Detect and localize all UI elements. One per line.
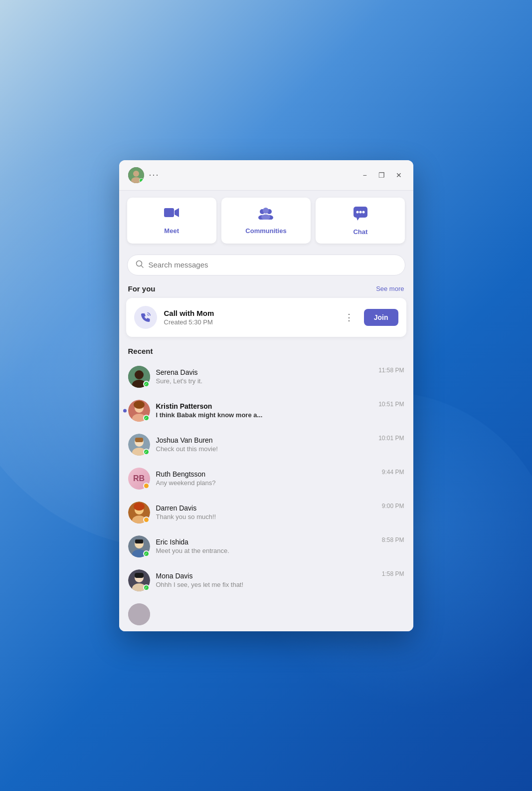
- call-subtitle: Created 5:30 PM: [164, 318, 335, 326]
- chat-content-darren: Darren Davis Thank you so much!!: [156, 504, 376, 521]
- call-icon: [134, 306, 157, 329]
- restore-button[interactable]: ❐: [376, 170, 387, 181]
- meet-label: Meet: [164, 227, 179, 235]
- status-dot-eric: ✓: [143, 550, 150, 557]
- close-button[interactable]: ✕: [393, 170, 404, 181]
- chat-name-serena: Serena Davis: [156, 368, 373, 376]
- chat-content-serena: Serena Davis Sure, Let's try it.: [156, 368, 373, 385]
- chat-time-kristin: 10:51 PM: [378, 400, 404, 408]
- chat-preview-eric: Meet you at the entrance.: [156, 547, 376, 554]
- chat-item-mona[interactable]: ✓ Mona Davis Ohhh I see, yes let me fix …: [119, 563, 413, 597]
- avatar-partial: [128, 603, 150, 625]
- svg-rect-28: [135, 438, 143, 442]
- svg-point-24: [134, 401, 145, 409]
- svg-point-14: [359, 211, 361, 213]
- communities-label: Communities: [245, 227, 286, 235]
- online-indicator: [139, 178, 144, 183]
- svg-rect-3: [164, 208, 174, 217]
- svg-point-10: [261, 214, 270, 220]
- join-button[interactable]: Join: [364, 309, 398, 326]
- communities-icon: [257, 206, 274, 223]
- avatar-wrap-kristin: ✓: [128, 400, 150, 422]
- chat-icon: [353, 206, 368, 224]
- chat-content-joshua: Joshua Van Buren Check out this movie!: [156, 436, 373, 453]
- svg-point-19: [135, 370, 144, 379]
- svg-rect-36: [135, 539, 143, 543]
- status-dot-ruth: [143, 483, 150, 489]
- recent-title: Recent: [128, 347, 153, 355]
- avatar-wrap-darren: [128, 502, 150, 524]
- search-input[interactable]: [149, 261, 397, 269]
- chat-content-ruth: Ruth Bengtsson Any weekend plans?: [156, 470, 376, 487]
- for-you-header: For you See more: [119, 282, 413, 298]
- chat-time-ruth: 9:44 PM: [382, 468, 404, 476]
- status-dot-kristin: ✓: [143, 415, 150, 421]
- chat-content-kristin: Kristin Patterson I think Babak might kn…: [156, 402, 373, 419]
- call-more-button[interactable]: ⋮: [342, 312, 357, 323]
- chat-button[interactable]: Chat: [316, 198, 405, 244]
- avatar-wrap-eric: ✓: [128, 535, 150, 557]
- svg-point-41: [128, 603, 150, 625]
- search-icon: [136, 260, 144, 270]
- call-info: Call with Mom Created 5:30 PM: [164, 309, 335, 326]
- chat-name-darren: Darren Davis: [156, 504, 376, 512]
- app-window: ··· − ❐ ✕ Meet: [119, 160, 413, 631]
- chat-time-darren: 9:00 PM: [382, 502, 404, 510]
- chat-preview-joshua: Check out this movie!: [156, 445, 373, 453]
- meet-button[interactable]: Meet: [127, 198, 216, 244]
- chat-name-eric: Eric Ishida: [156, 538, 376, 546]
- more-options-button[interactable]: ···: [149, 170, 160, 180]
- title-bar-controls: − ❐ ✕: [359, 170, 404, 181]
- chat-name-ruth: Ruth Bengtsson: [156, 470, 376, 478]
- status-dot-darren: [143, 517, 150, 523]
- chat-preview-serena: Sure, Let's try it.: [156, 377, 373, 385]
- chat-item-joshua[interactable]: ✓ Joshua Van Buren Check out this movie!…: [119, 428, 413, 462]
- status-dot-serena: ✓: [143, 381, 150, 387]
- title-bar: ··· − ❐ ✕: [119, 160, 413, 191]
- nav-section: Meet Communities: [119, 191, 413, 251]
- avatar-wrap-serena: ✓: [128, 366, 150, 388]
- search-section: [119, 251, 413, 282]
- title-bar-left: ···: [128, 167, 160, 183]
- avatar-wrap-mona: ✓: [128, 569, 150, 591]
- chat-content-eric: Eric Ishida Meet you at the entrance.: [156, 538, 376, 554]
- chat-item-ruth[interactable]: RB Ruth Bengtsson Any weekend plans? 9:4…: [119, 462, 413, 496]
- call-card[interactable]: Call with Mom Created 5:30 PM ⋮ Join: [126, 298, 406, 337]
- chat-name-joshua: Joshua Van Buren: [156, 436, 373, 444]
- search-bar[interactable]: [127, 255, 405, 275]
- svg-point-15: [362, 211, 364, 213]
- chat-preview-ruth: Any weekend plans?: [156, 479, 376, 487]
- svg-rect-40: [135, 573, 144, 578]
- recent-header: Recent: [119, 345, 413, 360]
- minimize-button[interactable]: −: [359, 170, 370, 181]
- chat-time-joshua: 10:01 PM: [378, 434, 404, 442]
- chat-item-kristin[interactable]: ✓ Kristin Patterson I think Babak might …: [119, 394, 413, 428]
- chat-item-eric[interactable]: ✓ Eric Ishida Meet you at the entrance. …: [119, 529, 413, 563]
- chat-item-serena[interactable]: ✓ Serena Davis Sure, Let's try it. 11:58…: [119, 360, 413, 394]
- svg-line-17: [141, 265, 143, 267]
- for-you-title: For you: [128, 284, 156, 293]
- chat-item-partial: [119, 597, 413, 631]
- unread-dot-kristin: [123, 409, 127, 412]
- chat-time-mona: 1:58 PM: [382, 569, 404, 577]
- see-more-button[interactable]: See more: [376, 285, 404, 292]
- user-avatar[interactable]: [128, 167, 144, 183]
- svg-marker-12: [356, 218, 359, 221]
- chat-label: Chat: [353, 228, 367, 236]
- status-dot-mona: ✓: [143, 584, 150, 591]
- communities-button[interactable]: Communities: [221, 198, 311, 244]
- chat-item-darren[interactable]: Darren Davis Thank you so much!! 9:00 PM: [119, 496, 413, 529]
- chat-preview-kristin: I think Babak might know more a...: [156, 411, 373, 419]
- recent-list: ✓ Serena Davis Sure, Let's try it. 11:58…: [119, 360, 413, 631]
- svg-point-7: [263, 208, 269, 214]
- call-title: Call with Mom: [164, 309, 335, 317]
- svg-point-1: [133, 171, 139, 177]
- svg-point-13: [356, 211, 358, 213]
- chat-time-eric: 8:58 PM: [382, 535, 404, 543]
- svg-point-32: [134, 503, 145, 511]
- meet-icon: [164, 206, 179, 223]
- status-dot-joshua: ✓: [143, 449, 150, 455]
- chat-preview-darren: Thank you so much!!: [156, 513, 376, 521]
- chat-content-mona: Mona Davis Ohhh I see, yes let me fix th…: [156, 572, 376, 588]
- svg-marker-4: [175, 208, 179, 217]
